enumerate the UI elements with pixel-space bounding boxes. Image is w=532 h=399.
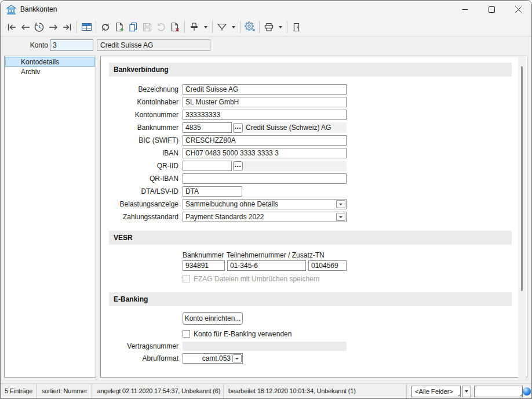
belastungsanzeige-dropdown-button[interactable] [336,200,345,208]
exit-button[interactable] [290,20,304,35]
kontoinhaber-input[interactable]: SL Muster GmbH [183,97,347,107]
resize-grip-icon [520,394,522,396]
bank-app-icon [6,4,17,15]
search-globe-icon[interactable] [523,387,531,396]
zahlungsstandard-dropdown-button[interactable] [336,213,345,221]
kontonummer-input[interactable]: 333333333 [183,110,347,120]
dropdown-arrow-icon [279,26,282,28]
vesr-banknummer-label: Banknummer [183,251,224,259]
nav-previous-button[interactable] [19,20,32,35]
settings-gear-icon [244,21,256,33]
search-field-filter-select[interactable]: <Alle Felder> [411,386,461,397]
status-entry-count: 5 Einträge [1,384,37,398]
section-header-bankverbindung: Bankverbindung [109,63,512,77]
sidebar-item-kontodetails[interactable]: Kontodetails [5,57,95,67]
banknummer-input[interactable]: 4835 [183,122,232,133]
bic-label: BIC (SWIFT) [101,135,178,146]
iban-input[interactable]: CH07 0483 5000 3333 3333 3 [183,148,347,158]
new-record-button[interactable] [112,20,126,35]
zahlungsstandard-select[interactable]: Payment Standards 2022 [183,212,347,222]
nav-first-icon [6,21,17,33]
sidebar-item-archiv[interactable]: Archiv [5,67,95,77]
abrufformat-select[interactable]: camt.053 [183,353,243,364]
nav-last-icon [61,21,73,33]
refresh-button[interactable] [99,20,112,35]
qr-iban-input[interactable] [183,173,347,184]
title-bar: Bankkonten [1,1,531,18]
belastungsanzeige-select[interactable]: Sammelbuchung ohne Details [183,199,347,209]
toolbar [1,18,531,37]
print-button[interactable] [262,20,276,35]
pin-dropdown-button[interactable] [201,20,210,35]
vertical-scrollbar[interactable] [518,57,526,378]
dropdown-arrow-icon [235,358,239,360]
scrollbar-thumb[interactable] [521,66,523,291]
copy-record-icon [127,21,139,33]
banknummer-bank-name: Credit Suisse (Schweiz) AG [243,122,347,133]
new-record-icon [114,21,125,33]
dropdown-arrow-icon [232,26,235,28]
dropdown-arrow-icon [339,204,342,205]
banknummer-browse-button[interactable]: ... [233,123,243,133]
nav-last-button[interactable] [60,20,74,35]
table-view-button[interactable] [79,20,93,35]
undo-icon [155,21,167,33]
history-icon [33,21,46,34]
search-field-filter-value: <Alle Felder> [415,388,453,395]
konto-einrichten-button[interactable]: Konto einrichten... [183,312,243,325]
nav-first-button[interactable] [5,20,19,35]
content-area: Kontodetails Archiv Bankverbindung Bezei… [1,54,531,385]
maximize-button[interactable] [478,1,505,18]
qr-iid-input[interactable] [183,161,232,171]
app-window: Bankkonten [0,0,532,399]
settings-button[interactable] [243,20,257,35]
close-button[interactable] [505,1,531,18]
section-header-ebanking: E-Banking [109,292,512,306]
kontonummer-label: Kontonummer [101,110,178,120]
kontoinhaber-label: Kontoinhaber [101,97,178,107]
abrufformat-dropdown-button[interactable] [232,354,242,362]
undo-button[interactable] [154,20,168,35]
sidebar: Kontodetails Archiv [4,56,96,378]
vesr-zusatz-tn-input[interactable]: 0104569 [308,260,347,271]
nav-next-button[interactable] [46,20,60,35]
nav-previous-icon [20,21,31,33]
pin-icon [188,21,200,33]
delete-record-button[interactable] [168,20,182,35]
vertragsnummer-label: Vertragsnummer [101,342,178,351]
status-created: angelegt 02.11.2020 17:54:37, Unbekannt … [92,384,224,398]
vesr-teilnehmer-label: Teilnehmernummer / Zusatz-TN [227,251,325,259]
section-header-vesr: VESR [109,231,512,245]
minimize-button[interactable] [451,1,478,18]
iban-label: IBAN [101,148,178,158]
ezag-checkbox [183,275,190,282]
vertragsnummer-input [183,342,347,351]
vesr-teilnehmernummer-input[interactable]: 01-345-6 [227,260,306,271]
filter-button[interactable] [215,20,229,35]
history-button[interactable] [32,20,46,35]
bezeichnung-input[interactable]: Credit Suisse AG [183,84,347,95]
bic-input[interactable]: CRESCHZZ80A [183,135,347,146]
abrufformat-label: Abrufformat [101,353,178,364]
pin-button[interactable] [187,20,201,35]
print-dropdown-button[interactable] [276,20,285,35]
belastungsanzeige-label: Belastungsanzeige [101,199,178,209]
detail-panel: Bankverbindung Bezeichnung Credit Suisse… [100,56,527,378]
qr-iid-browse-button[interactable]: ... [233,161,243,171]
copy-record-button[interactable] [126,20,140,35]
save-record-button[interactable] [140,20,154,35]
dta-lsv-id-input[interactable]: DTA [183,186,242,197]
qr-iban-label: QR-IBAN [101,173,178,184]
ebanking-use-checkbox[interactable] [183,330,190,338]
konto-number-input[interactable]: 3 [50,39,93,51]
dropdown-arrow-icon [465,390,468,393]
search-field-filter-dropdown-button[interactable] [462,386,471,397]
resize-grip-icon [458,394,460,396]
status-bar: 5 Einträge sortiert: Nummer angelegt 02.… [1,383,531,398]
save-record-icon [141,21,153,33]
filter-dropdown-button[interactable] [229,20,238,35]
status-modified: bearbeitet 18.12.2020 10:01:34, Unbekann… [224,384,406,398]
vesr-banknummer-input[interactable]: 934891 [183,260,225,271]
search-input[interactable] [474,386,523,397]
bezeichnung-label: Bezeichnung [101,84,178,95]
